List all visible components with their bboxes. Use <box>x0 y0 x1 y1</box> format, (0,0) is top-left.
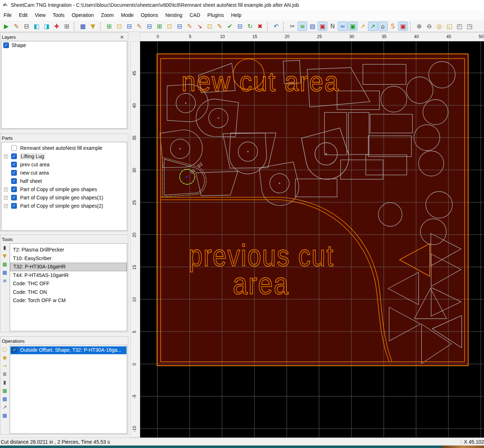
save-job-icon[interactable]: ⊟ <box>144 22 154 31</box>
menu-file[interactable]: File <box>0 11 15 19</box>
expand-icon[interactable]: + <box>4 204 8 208</box>
edit-drawing-icon[interactable]: ✎ <box>185 22 194 31</box>
pocket-icon[interactable]: ◉ <box>3 355 7 360</box>
menu-plugins[interactable]: Plugins <box>204 11 227 19</box>
plot-op-icon[interactable]: ↗ <box>3 405 7 410</box>
post-process-icon[interactable]: ▶ <box>1 22 11 31</box>
op-table-icon[interactable]: ▦ <box>2 413 7 418</box>
cut-coordinates-icon[interactable]: ✂ <box>287 22 297 31</box>
torch-move-icon[interactable]: → <box>3 363 7 368</box>
add-part-icon[interactable]: ⊞ <box>104 22 114 31</box>
menu-nesting[interactable]: Nesting <box>162 11 186 19</box>
part-checkbox[interactable]: ✓ <box>11 186 17 192</box>
import-drawing-icon[interactable]: ↘ <box>195 22 204 31</box>
part-row[interactable]: ✓ prev cut area <box>1 161 127 169</box>
edit-parts-icon[interactable]: ✎ <box>134 22 144 31</box>
plasma-tool-icon[interactable]: ▼ <box>3 253 7 258</box>
zoom-out-icon[interactable]: ⊖ <box>424 22 434 31</box>
menu-view[interactable]: View <box>31 11 49 19</box>
expand-icon[interactable]: + <box>4 188 8 191</box>
view-layout-left-icon[interactable]: ◧ <box>32 22 41 31</box>
zoom-extents-icon[interactable]: ◰ <box>455 22 464 31</box>
show-console-icon[interactable]: ▤ <box>308 22 317 31</box>
open-drawing-icon[interactable]: ⊡ <box>165 22 174 31</box>
outside-offset-icon[interactable]: ▢ <box>2 347 7 352</box>
part-row[interactable]: ✓ Remnant sheet autoNest fill example <box>1 144 127 152</box>
view-layout-right-icon[interactable]: ◨ <box>42 22 51 31</box>
tap-icon[interactable]: ≣ <box>3 371 7 377</box>
export-table-icon[interactable]: ▦ <box>2 396 7 401</box>
part-row[interactable]: + ✓ Part of Copy of simple geo shapes(1) <box>1 194 127 202</box>
open-toolset-icon[interactable]: ⊡ <box>205 22 215 31</box>
save-toolset-icon[interactable]: ⊟ <box>235 22 245 31</box>
layer-checkbox[interactable]: ✓ <box>3 42 9 48</box>
tool-row[interactable]: Code: Torch OFF w CM <box>10 296 127 305</box>
insert-code-icon[interactable]: S <box>388 22 398 31</box>
print-icon[interactable]: ⊟ <box>22 22 31 31</box>
part-checkbox[interactable]: ✓ <box>11 203 17 209</box>
part-checkbox[interactable]: ✓ <box>11 195 17 200</box>
show-contours-icon[interactable]: ▣ <box>318 22 327 31</box>
refresh-job-icon[interactable]: ↻ <box>245 22 255 31</box>
close-job-icon[interactable]: ✖ <box>255 22 265 31</box>
part-row[interactable]: + ✓ Part of Copy of simple geo shapes <box>1 185 127 194</box>
save-parts-icon[interactable]: ⊟ <box>124 22 134 31</box>
edit-spline-icon[interactable]: ≈ <box>338 22 347 31</box>
edit-tool-icon[interactable]: ✎ <box>215 22 225 31</box>
menu-zoom[interactable]: Zoom <box>97 11 117 19</box>
tool-row[interactable]: T10: EasyScriber <box>10 254 127 263</box>
part-row[interactable]: + ✓ Part of Copy of simple geo shapes(2) <box>1 202 127 210</box>
zoom-selected-icon[interactable]: ◳ <box>465 22 474 31</box>
tool-row-selected[interactable]: T32: P-HT30A-16gaHR <box>10 263 127 271</box>
part-row[interactable]: + ✓ Lifting Lug <box>1 152 127 161</box>
undo-icon[interactable]: ↶ <box>271 22 281 31</box>
menu-operation[interactable]: Operation <box>68 11 97 19</box>
part-checkbox[interactable]: ✓ <box>11 162 17 167</box>
operation-row-selected[interactable]: ✓ Outside Offset, Shape, T32: P-HT30A-16… <box>10 346 126 354</box>
cut-directions-icon[interactable]: ✚ <box>52 22 61 31</box>
close-icon[interactable]: ✕ <box>119 34 125 40</box>
move-part-icon[interactable]: ↗ <box>358 22 368 31</box>
plot-icon[interactable]: ⊞ <box>62 22 72 31</box>
menu-cad[interactable]: CAD <box>186 11 204 19</box>
menu-options[interactable]: Options <box>137 11 162 19</box>
layer-row-shape[interactable]: ✓ Shape <box>1 41 127 50</box>
measure-icon[interactable]: ↗ <box>368 22 378 31</box>
edit-nodes-icon[interactable]: N <box>328 22 337 31</box>
menu-mode[interactable]: Mode <box>117 11 137 19</box>
expand-icon[interactable]: + <box>4 196 8 200</box>
tool-row[interactable]: Code: THC ON <box>10 288 127 297</box>
menu-tools[interactable]: Tools <box>49 11 68 19</box>
zoom-window-icon[interactable]: ◎ <box>434 22 444 31</box>
torch-height-icon[interactable]: ▼ <box>88 22 98 31</box>
drill-tool-icon[interactable]: ▮ <box>3 245 6 250</box>
tool-row[interactable]: T44: P-HT45AS-10gaHR <box>10 271 127 280</box>
closed-paths-icon[interactable]: ▣ <box>348 22 358 31</box>
expand-icon[interactable]: + <box>4 154 8 158</box>
tool-table-icon[interactable]: ▦ <box>2 270 7 275</box>
save-drawing-icon[interactable]: ⊟ <box>175 22 184 31</box>
machine-icon[interactable]: ⌂ <box>378 22 388 31</box>
show-cut-path-icon[interactable]: ▣ <box>398 22 408 31</box>
part-checkbox[interactable]: ✓ <box>11 178 17 184</box>
show-layers-icon[interactable]: ≡ <box>298 22 307 31</box>
drawing-canvas[interactable]: new cut area previous cut area S1 S2 <box>140 41 484 438</box>
operation-checkbox[interactable]: ✓ <box>11 347 18 353</box>
open-parts-icon[interactable]: ⊡ <box>114 22 124 31</box>
tool-row[interactable]: Code: THC OFF <box>10 280 127 288</box>
drill-icon[interactable]: ▮ <box>3 380 6 385</box>
add-drawing-icon[interactable]: ⊞ <box>155 22 164 31</box>
tool-row[interactable]: T2: Plasma DrillPecker <box>10 246 127 254</box>
calculator-icon[interactable]: ▦ <box>78 22 88 31</box>
part-row[interactable]: ✓ half sheet <box>1 177 127 185</box>
menu-help[interactable]: Help <box>227 11 245 19</box>
part-checkbox[interactable]: ✓ <box>11 145 17 151</box>
part-checkbox[interactable]: ✓ <box>11 170 17 176</box>
zoom-parts-icon[interactable]: ◱ <box>444 22 454 31</box>
enable-tool-icon[interactable]: ✔ <box>225 22 235 31</box>
menu-edit[interactable]: Edit <box>15 11 31 19</box>
part-row[interactable]: ✓ new cut area <box>1 169 127 177</box>
zoom-in-icon[interactable]: ⊕ <box>414 22 424 31</box>
gcode-table-icon[interactable]: ▦ <box>2 262 7 267</box>
part-checkbox[interactable]: ✓ <box>11 153 17 159</box>
